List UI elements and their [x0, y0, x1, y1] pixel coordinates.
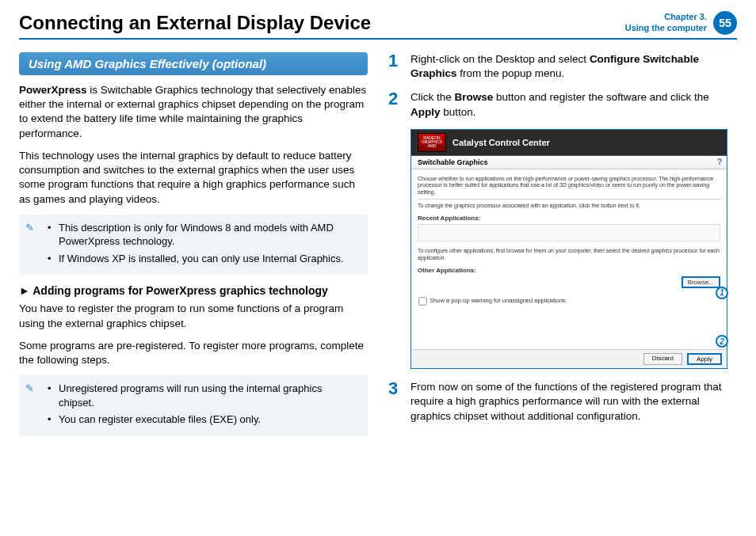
right-column: 1 Right-click on the Desktop and select …: [388, 52, 737, 446]
page-title: Connecting an External Display Device: [19, 12, 625, 34]
other-applications-label: Other Applications:: [418, 267, 720, 274]
chapter-line2: Using the computer: [625, 23, 707, 34]
ccc-title: Catalyst Control Center: [452, 138, 550, 147]
step-2: 2 Click the Browse button and register t…: [388, 90, 737, 119]
recent-applications-list: [418, 224, 720, 241]
note-icon: ✎: [25, 382, 34, 396]
ccc-description-1: Choose whether to run applications on th…: [418, 173, 720, 200]
paragraph-register: You have to register the program to run …: [19, 302, 368, 330]
note2-item2: You can register executable files (EXE) …: [48, 412, 360, 427]
help-icon[interactable]: ?: [717, 158, 722, 166]
note2-item1: Unregistered programs will run using the…: [48, 382, 360, 409]
step-1-text: Right-click on the Desktop and select Co…: [410, 52, 737, 81]
step-2-bold2: Apply: [410, 106, 441, 118]
step-1-pre: Right-click on the Desktop and select: [410, 53, 590, 65]
paragraph-powerxpress: PowerXpress is Switchable Graphics techn…: [19, 83, 368, 141]
catalyst-control-center-window: RADEON GRAPHICS AMD Catalyst Control Cen…: [410, 129, 727, 369]
paragraph-preregistered: Some programs are pre-registered. To reg…: [19, 339, 368, 367]
step-2-pre: Click the: [410, 91, 455, 103]
step-3-text: From now on some of the functions of the…: [410, 380, 737, 424]
ccc-titlebar: RADEON GRAPHICS AMD Catalyst Control Cen…: [411, 130, 727, 156]
note-icon: ✎: [25, 221, 34, 235]
note1-item1: This description is only for Windows 8 a…: [48, 221, 360, 249]
chapter-line1: Chapter 3.: [625, 12, 707, 23]
callout-1: 1: [716, 287, 728, 299]
radeon-badge-icon: RADEON GRAPHICS AMD: [418, 133, 446, 152]
page-number-badge: 55: [713, 11, 737, 35]
browse-button[interactable]: Browse...: [682, 276, 720, 288]
ccc-section-header: Switchable Graphics ?: [411, 156, 727, 169]
ccc-description-3: To configure other applications, first b…: [418, 245, 720, 264]
recent-applications-label: Recent Applications:: [418, 215, 720, 222]
step-2-mid: button and register the software and cli…: [493, 91, 708, 103]
step-2-post: button.: [441, 106, 476, 118]
warning-checkbox-label: Show a pop-up warning for unassigned app…: [430, 298, 566, 305]
paragraph-technology: This technology uses the internal graphi…: [19, 149, 368, 207]
ccc-body: Choose whether to run applications on th…: [411, 169, 727, 349]
step-number: 2: [388, 90, 403, 119]
step-1: 1 Right-click on the Desktop and select …: [388, 52, 737, 81]
step-2-text: Click the Browse button and register the…: [410, 90, 737, 119]
note1-item2: If Windows XP is installed, you can only…: [48, 252, 360, 266]
ccc-section-title: Switchable Graphics: [418, 158, 488, 166]
step-number: 1: [388, 52, 403, 81]
step-1-post: from the popup menu.: [457, 67, 565, 79]
sub-heading-adding-programs: ► Adding programs for PowerXpress graphi…: [19, 284, 368, 297]
term-powerxpress: PowerXpress: [19, 84, 87, 96]
chapter-label: Chapter 3. Using the computer: [625, 12, 707, 34]
step-3: 3 From now on some of the functions of t…: [388, 380, 737, 424]
left-column: Using AMD Graphics Effectively (optional…: [19, 52, 368, 446]
warning-checkbox[interactable]: [418, 298, 426, 306]
discard-button[interactable]: Discard: [643, 353, 682, 365]
step-2-bold1: Browse: [455, 91, 494, 103]
page-header: Connecting an External Display Device Ch…: [19, 11, 737, 40]
warning-checkbox-row: Show a pop-up warning for unassigned app…: [418, 293, 720, 310]
section-heading: Using AMD Graphics Effectively (optional…: [19, 52, 368, 75]
ccc-description-2: To change the graphics processor associa…: [418, 200, 720, 212]
step-number: 3: [388, 380, 403, 424]
note-box-1: ✎ This description is only for Windows 8…: [19, 215, 368, 276]
note-box-2: ✎ Unregistered programs will run using t…: [19, 375, 368, 436]
apply-button[interactable]: Apply: [687, 353, 722, 365]
ccc-footer: Discard Apply: [411, 349, 727, 368]
